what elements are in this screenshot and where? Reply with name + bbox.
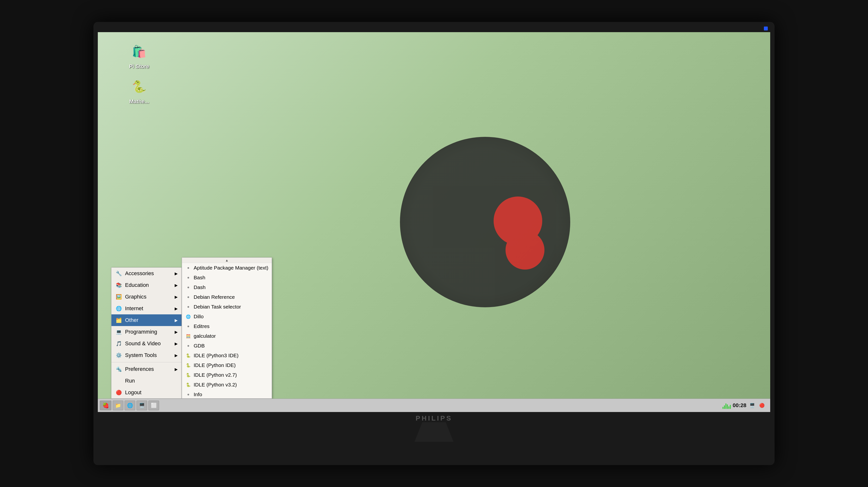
start-button[interactable]: 🍓 [100,401,112,410]
menu-item-programming[interactable]: 💻 Programming ▶ [112,326,182,338]
right-submenu: ▲ ● Aptitude Package Manager (text) ● Ba… [182,257,272,399]
debian-ref-icon: ● [185,294,191,300]
internet-icon: 🌐 [115,305,122,312]
screen: 🛍️ Pi Store 🐍 Mathe... 🔧 Accessories ▶ [98,32,770,412]
menu-item-graphics[interactable]: 🖼️ Graphics ▶ [112,291,182,303]
desktop-icon-pi-store[interactable]: 🛍️ Pi Store [122,42,156,69]
submenu-item-dash[interactable]: ● Dash [182,283,272,292]
submenu-item-idle-py-ide[interactable]: 🐍 IDLE (Python IDE) [182,361,272,370]
run-icon [115,377,122,384]
submenu-item-dillo[interactable]: 🌐 Dillo [182,312,272,321]
system-tools-label: System Tools [125,352,170,359]
menu-container: 🔧 Accessories ▶ 📚 Education ▶ 🖼️ Graphic… [111,267,182,399]
preferences-label: Preferences [125,366,170,372]
sound-video-label: Sound & Video [125,340,170,347]
taskbar-window-button[interactable]: ⬜ [148,401,159,410]
mather-icon: 🐍 [129,77,149,96]
menu-item-sound-video[interactable]: 🎵 Sound & Video ▶ [112,338,182,349]
menu-item-education[interactable]: 📚 Education ▶ [112,279,182,291]
rpi-circle [400,137,570,307]
submenu-item-idle-py27[interactable]: 🐍 IDLE (Python v2.7) [182,370,272,380]
taskbar-browser-button[interactable]: 🌐 [125,401,135,410]
galculator-icon: 🧮 [185,333,191,339]
other-arrow: ▶ [175,318,178,323]
accessories-arrow: ▶ [175,271,178,276]
idle-py3-ide-label: IDLE (Python3 IDE) [194,352,239,359]
dash-icon: ● [185,284,191,290]
debian-ref-label: Debian Reference [194,294,235,300]
programming-arrow: ▶ [175,330,178,334]
menu-item-system-tools[interactable]: ⚙️ System Tools ▶ [112,349,182,361]
menu-item-other[interactable]: 🗂️ Other ▶ [112,314,182,326]
graphics-label: Graphics [125,294,170,300]
system-tools-arrow: ▶ [175,353,178,358]
idle-py32-icon: 🐍 [185,382,191,388]
power-led [764,27,768,30]
logout-label: Logout [125,389,178,396]
audio-bar-2 [724,405,725,409]
mather-label: Mathe... [129,98,149,105]
info-label: Info [194,392,202,397]
other-icon: 🗂️ [115,317,122,324]
dillo-icon: 🌐 [185,314,191,319]
audio-bar-6 [730,405,731,409]
desktop-icons-container: 🛍️ Pi Store 🐍 Mathe... [122,42,156,105]
gdb-label: GDB [194,343,205,349]
desktop-background: 🛍️ Pi Store 🐍 Mathe... 🔧 Accessories ▶ [98,32,770,412]
submenu-item-bash[interactable]: ● Bash [182,273,272,283]
submenu-item-debian-task[interactable]: ● Debian Task selector [182,302,272,312]
submenu-item-idle-py32[interactable]: 🐍 IDLE (Python v3.2) [182,380,272,390]
gdb-icon: ● [185,343,191,349]
taskbar-terminal-button[interactable]: 🖥️ [136,401,147,410]
submenu-item-info[interactable]: ● Info [182,390,272,399]
submenu-item-editres[interactable]: ● Editres [182,321,272,331]
graphics-icon: 🖼️ [115,293,122,300]
dash-label: Dash [194,284,206,290]
programming-label: Programming [125,329,170,335]
menu-item-preferences[interactable]: 🔩 Preferences ▶ [112,363,182,375]
audio-bar-3 [725,403,726,409]
logout-icon: 🔴 [115,389,122,396]
taskbar-tray: 00:28 🖥️ 🔴 [722,402,766,409]
left-menu: 🔧 Accessories ▶ 📚 Education ▶ 🖼️ Graphic… [111,267,182,399]
menu-item-logout[interactable]: 🔴 Logout [112,387,182,398]
graphics-arrow: ▶ [175,295,178,299]
education-arrow: ▶ [175,283,178,288]
audio-visualizer [722,402,731,409]
submenu-item-gdb[interactable]: ● GDB [182,341,272,351]
info-icon: ● [185,392,191,397]
audio-bar-5 [728,406,729,409]
menu-item-internet[interactable]: 🌐 Internet ▶ [112,303,182,314]
menu-item-run[interactable]: Run [112,375,182,387]
submenu-item-aptitude[interactable]: ● Aptitude Package Manager (text) [182,263,272,273]
taskbar: 🍓 📁 🌐 🖥️ ⬜ 00:28 🖥️ [98,399,770,412]
dillo-label: Dillo [194,314,204,319]
debian-task-label: Debian Task selector [194,304,241,310]
sound-video-icon: 🎵 [115,340,122,347]
pi-store-label: Pi Store [129,63,149,69]
taskbar-clock: 00:28 [733,402,746,409]
other-label: Other [125,317,170,323]
debian-task-icon: ● [185,304,191,310]
monitor-base [373,442,495,449]
run-label: Run [125,378,178,384]
menu-item-accessories[interactable]: 🔧 Accessories ▶ [112,267,182,279]
submenu-item-idle-py3-ide[interactable]: 🐍 IDLE (Python3 IDE) [182,351,272,361]
system-tools-icon: ⚙️ [115,352,122,359]
submenu-item-debian-ref[interactable]: ● Debian Reference [182,292,272,302]
taskbar-network-icon[interactable]: 🖥️ [748,402,756,409]
submenu-scroll-up[interactable]: ▲ [182,258,272,263]
idle-py3-ide-icon: 🐍 [185,352,191,359]
taskbar-power-icon[interactable]: 🔴 [758,402,766,409]
submenu-item-galculator[interactable]: 🧮 galculator [182,331,272,341]
taskbar-files-button[interactable]: 📁 [113,401,123,410]
monitor-stand [414,422,454,442]
editres-icon: ● [185,323,191,329]
desktop-icon-mather[interactable]: 🐍 Mathe... [122,77,156,105]
bash-icon: ● [185,275,191,281]
idle-py32-label: IDLE (Python v3.2) [194,382,237,388]
internet-arrow: ▶ [175,306,178,311]
aptitude-label: Aptitude Package Manager (text) [194,265,268,271]
idle-py-ide-icon: 🐍 [185,362,191,368]
accessories-label: Accessories [125,270,170,277]
